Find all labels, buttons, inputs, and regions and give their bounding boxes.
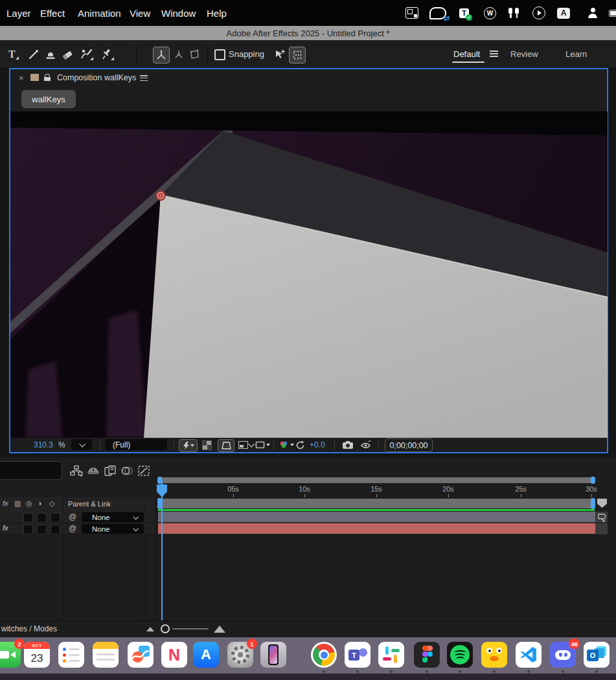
dock-notes[interactable] xyxy=(93,642,119,668)
teams-status-icon[interactable]: T xyxy=(459,6,469,20)
time-navigator[interactable] xyxy=(158,477,595,483)
blend-column-icon[interactable]: ◎ xyxy=(26,499,32,508)
dock-system-settings[interactable]: 1 xyxy=(227,642,253,668)
dock-calendar[interactable]: OCT 23 xyxy=(24,642,50,668)
puppet-pin-tool[interactable] xyxy=(100,47,115,62)
channel-selector-button[interactable] xyxy=(279,438,294,452)
dock-facetime[interactable]: 2 xyxy=(0,642,21,668)
dock-outlook[interactable]: O xyxy=(584,642,610,668)
world-axis-mode-button[interactable] xyxy=(171,47,187,62)
play-circle-icon[interactable] xyxy=(532,6,545,20)
frame-blending-icon[interactable] xyxy=(102,464,118,477)
timeline-search-input[interactable] xyxy=(0,461,62,480)
frame-render-column-icon[interactable]: ▥ xyxy=(14,499,21,508)
anchor-point-marker[interactable] xyxy=(156,191,165,200)
dock-reminders[interactable] xyxy=(58,642,84,668)
stamp-tool[interactable] xyxy=(43,47,58,62)
exposure-value[interactable]: +0.0 xyxy=(310,438,325,452)
dock-app-store[interactable]: A xyxy=(193,642,219,668)
timeline-zoom-track[interactable] xyxy=(172,628,209,629)
magnification-dropdown[interactable] xyxy=(71,439,92,450)
layer1-duration-bar[interactable] xyxy=(158,512,595,522)
playhead-line[interactable] xyxy=(161,480,163,620)
menu-window[interactable]: Window xyxy=(161,0,196,26)
lock-icon[interactable] xyxy=(44,74,51,81)
layer1-switch-1[interactable] xyxy=(23,513,33,523)
work-area-bar[interactable] xyxy=(158,499,595,508)
layer2-switch-1[interactable] xyxy=(23,525,33,534)
show-snapshot-button[interactable] xyxy=(360,438,372,452)
layer2-switch-3[interactable] xyxy=(51,525,60,534)
dock-spotify[interactable] xyxy=(447,642,473,668)
time-navigator-end-handle[interactable] xyxy=(591,477,595,484)
timeline-zoom-knob[interactable] xyxy=(161,624,170,633)
quality-column-icon[interactable]: ◑ xyxy=(38,499,42,507)
w-circle-icon[interactable]: W xyxy=(484,6,496,20)
layer2-fx-badge[interactable]: fx xyxy=(3,524,8,532)
switches-modes-label[interactable]: witches / Modes xyxy=(1,624,57,633)
layer-marker-icon[interactable] xyxy=(597,513,608,523)
mini-flowchart-icon[interactable] xyxy=(69,464,84,477)
local-axis-mode-button[interactable] xyxy=(153,47,170,63)
close-panel-icon[interactable]: × xyxy=(19,74,24,82)
zoom-in-icon[interactable] xyxy=(214,626,225,633)
eraser-tool[interactable] xyxy=(60,47,75,62)
snapshot-camera-button[interactable] xyxy=(342,438,354,452)
workspace-menu-icon[interactable] xyxy=(490,51,498,57)
snapping-checkbox[interactable] xyxy=(214,49,225,60)
resolution-dropdown[interactable]: (Full) xyxy=(105,439,167,450)
threed-column-icon[interactable]: ◇ xyxy=(49,499,54,508)
comp-marker-bin-icon[interactable] xyxy=(597,498,608,508)
snap-cursor-icon[interactable] xyxy=(272,47,288,62)
panel-menu-icon[interactable] xyxy=(140,75,148,81)
selection-options-button[interactable] xyxy=(289,47,306,63)
type-tool[interactable]: T xyxy=(5,47,21,62)
shy-layers-icon[interactable] xyxy=(86,464,101,477)
layer2-switch-2[interactable] xyxy=(37,525,47,534)
dock-teams[interactable]: T xyxy=(345,642,371,668)
outlook-status-icon[interactable] xyxy=(405,6,418,20)
layer2-parent-dropdown[interactable]: None xyxy=(82,524,144,534)
dock-figma[interactable] xyxy=(414,642,440,668)
reset-exposure-button[interactable] xyxy=(295,438,305,452)
menu-animation[interactable]: Animation xyxy=(78,0,121,26)
composition-viewport[interactable] xyxy=(10,111,608,438)
graph-editor-icon[interactable] xyxy=(136,464,152,477)
zoom-out-icon[interactable] xyxy=(146,627,154,631)
a-key-icon[interactable]: A xyxy=(557,6,570,20)
roto-brush-tool[interactable] xyxy=(79,47,95,62)
layer2-duration-bar[interactable] xyxy=(158,523,595,534)
composition-name-button[interactable]: wallKeys xyxy=(21,90,76,108)
fx-column-icon[interactable]: fx xyxy=(3,499,8,507)
dock-news[interactable]: N xyxy=(161,642,187,668)
dock-chrome[interactable] xyxy=(311,642,337,668)
menu-view[interactable]: View xyxy=(130,0,150,26)
workspace-tab-default[interactable]: Default xyxy=(453,40,480,67)
composition-tab-title[interactable]: Composition wallKeys xyxy=(57,69,136,86)
region-of-interest-button[interactable] xyxy=(238,438,248,452)
layer1-parent-dropdown[interactable]: None xyxy=(82,512,144,522)
creative-cloud-icon[interactable] xyxy=(429,6,446,20)
workspace-tab-review[interactable]: Review xyxy=(510,40,538,67)
layer1-switch-2[interactable] xyxy=(37,513,47,523)
work-area-end-handle[interactable] xyxy=(591,498,595,509)
time-ruler[interactable]: 0s 05s 10s 15s 20s 25s 30s xyxy=(155,484,616,497)
transparency-grid-button[interactable] xyxy=(202,438,212,452)
user-status-icon[interactable] xyxy=(587,6,598,20)
layer1-switch-3[interactable] xyxy=(51,513,60,523)
menu-help[interactable]: Help xyxy=(207,0,227,26)
dock-slack[interactable] xyxy=(378,642,404,668)
menu-effect[interactable]: Effect xyxy=(40,0,65,26)
view-axis-mode-button[interactable] xyxy=(187,47,202,62)
dock-vscode[interactable] xyxy=(516,642,542,668)
layer2-pickwhip-icon[interactable]: @ xyxy=(69,524,76,533)
menu-layer[interactable]: Layer xyxy=(6,0,31,26)
grid-guides-button[interactable] xyxy=(255,438,270,452)
motion-blur-icon[interactable] xyxy=(119,464,135,477)
layer1-pickwhip-icon[interactable]: @ xyxy=(69,512,76,521)
dock-iphone-mirroring[interactable] xyxy=(260,642,286,668)
battery-icon[interactable] xyxy=(609,6,616,20)
dock-cyberduck[interactable] xyxy=(481,642,507,668)
magnification-value[interactable]: 310.3 xyxy=(34,438,53,452)
fast-previews-button[interactable] xyxy=(179,439,198,452)
